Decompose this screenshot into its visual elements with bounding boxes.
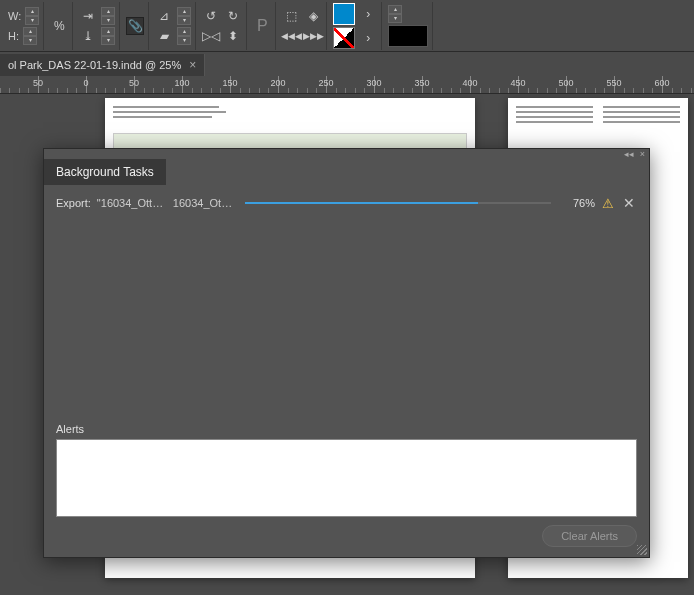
panel-tab-background-tasks[interactable]: Background Tasks	[44, 159, 166, 185]
panel-titlebar[interactable]: ◂◂ ×	[44, 149, 649, 159]
warning-icon[interactable]: ⚠	[601, 196, 615, 210]
progress-bar	[245, 202, 551, 204]
document-tabbar: ol Park_DAS 22-01-19.indd @ 25% ×	[0, 52, 694, 76]
width-label: W:	[8, 10, 21, 22]
select-container-icon[interactable]: ⬚	[282, 7, 300, 25]
swatch-next-icon[interactable]: ›	[359, 5, 377, 23]
close-tab-icon[interactable]: ×	[189, 58, 196, 72]
task-row: Export: "16034_Otterpool ... 16034_Ott..…	[56, 195, 637, 211]
rotation-icon[interactable]: ⊿	[155, 7, 173, 25]
fit-v-spinner[interactable]: ▴▾	[101, 27, 115, 45]
top-toolbar: W: ▴▾ H: ▴▾ % ⇥ ▴▾ ⤓ ▴▾ 📎 ⊿ ▴▾ ▰ ▴▾	[0, 0, 694, 52]
height-label: H:	[8, 30, 19, 42]
horizontal-ruler[interactable]: 1005005010015020025030035040045050055060…	[0, 76, 694, 94]
alerts-label: Alerts	[56, 423, 637, 435]
task-filename-2: 16034_Ott...	[173, 197, 233, 209]
width-spinner[interactable]: ▴▾	[25, 7, 39, 25]
task-type-label: Export:	[56, 197, 91, 209]
arrow-right-icon[interactable]: ▶▶▶	[304, 27, 322, 45]
flip-v-icon[interactable]: ⬍	[224, 27, 242, 45]
background-tasks-panel: ◂◂ × Background Tasks Export: "16034_Ott…	[43, 148, 650, 558]
document-tab[interactable]: ol Park_DAS 22-01-19.indd @ 25% ×	[0, 54, 205, 76]
clear-alerts-button[interactable]: Clear Alerts	[542, 525, 637, 547]
rotate-spinner[interactable]: ▴▾	[177, 7, 191, 25]
alerts-listbox[interactable]	[56, 439, 637, 517]
fit-horizontal-icon[interactable]: ⇥	[79, 7, 97, 25]
scale-icon[interactable]: %	[50, 17, 68, 35]
task-filename-1: "16034_Otterpool ...	[97, 197, 167, 209]
attachment-icon[interactable]: 📎	[126, 17, 144, 35]
fit-h-spinner[interactable]: ▴▾	[101, 7, 115, 25]
stroke-weight-spinner[interactable]: ▴▾	[388, 5, 402, 23]
rotate-ccw-icon[interactable]: ↺	[202, 7, 220, 25]
progress-percent: 76%	[563, 197, 595, 209]
arrow-left-icon[interactable]: ◀◀◀	[282, 27, 300, 45]
close-panel-icon[interactable]: ×	[640, 149, 645, 159]
document-tab-title: ol Park_DAS 22-01-19.indd @ 25%	[8, 59, 181, 71]
stroke-style-swatch[interactable]	[388, 25, 428, 47]
height-spinner[interactable]: ▴▾	[23, 27, 37, 45]
resize-grip[interactable]	[637, 545, 647, 555]
stroke-swatch[interactable]	[333, 27, 355, 49]
stroke-next-icon[interactable]: ›	[359, 29, 377, 47]
fit-vertical-icon[interactable]: ⤓	[79, 27, 97, 45]
fill-swatch[interactable]	[333, 3, 355, 25]
paragraph-icon[interactable]: P	[253, 17, 271, 35]
collapse-panel-icon[interactable]: ◂◂	[624, 149, 634, 159]
shear-spinner[interactable]: ▴▾	[177, 27, 191, 45]
cancel-task-icon[interactable]: ✕	[621, 195, 637, 211]
select-content-icon[interactable]: ◈	[304, 7, 322, 25]
flip-h-icon[interactable]: ▷◁	[202, 27, 220, 45]
rotate-cw-icon[interactable]: ↻	[224, 7, 242, 25]
shear-icon[interactable]: ▰	[155, 27, 173, 45]
